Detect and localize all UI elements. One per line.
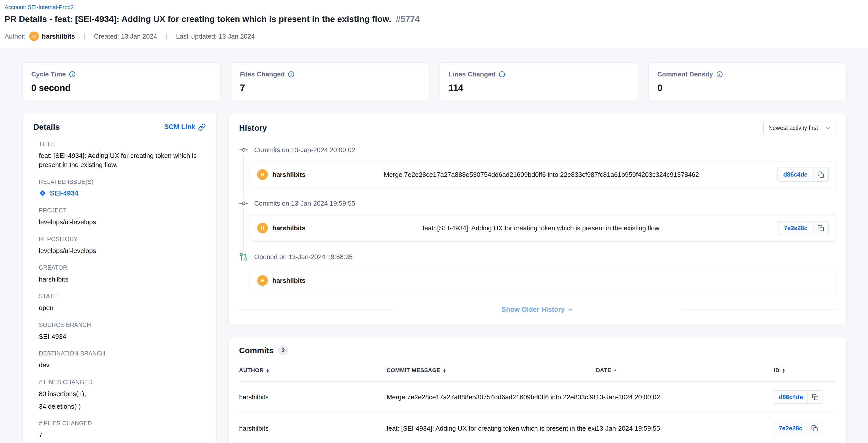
- copy-icon[interactable]: [807, 421, 823, 435]
- details-panel: Details SCM Link TITLE feat: [SEI-4934]:…: [22, 113, 217, 443]
- account-breadcrumb-link[interactable]: Account: SEI-Internal-Prod2: [4, 4, 74, 10]
- field-value: levelops/ui-levelops: [39, 217, 206, 227]
- detail-field-project: PROJECT levelops/ui-levelops: [33, 207, 206, 227]
- sort-desc-icon: ▾: [614, 369, 616, 371]
- timeline-event-commit-2: Commits on 13-Jan-2024 19:59:55: [239, 199, 836, 208]
- commit-hash-group: 7e2e28c: [774, 421, 823, 435]
- scm-link[interactable]: SCM Link: [164, 123, 206, 131]
- info-icon[interactable]: [69, 71, 76, 78]
- field-label: REPOSITORY: [39, 236, 206, 243]
- history-opened-card: H harshilbits: [250, 268, 836, 293]
- commit-hash-group: d86c4de: [774, 390, 823, 404]
- git-commit-icon: [239, 199, 248, 208]
- field-label: STATE: [39, 293, 206, 300]
- field-label: # FILES CHANGED: [39, 420, 206, 427]
- author-name: harshilbits: [42, 33, 75, 40]
- commit-message: feat: [SEI-4934]: Adding UX for creating…: [305, 224, 778, 232]
- show-older-history-button[interactable]: Show Older History: [487, 306, 589, 314]
- sort-icon: ▴▾: [267, 368, 269, 373]
- history-timeline: Commits on 13-Jan-2024 20:00:02 H harshi…: [239, 145, 836, 293]
- info-icon[interactable]: [716, 71, 723, 78]
- info-icon[interactable]: [288, 71, 294, 78]
- last-updated-date: Last Updated: 13 Jan 2024: [176, 33, 255, 40]
- metrics-row: Cycle Time 0 second Files Changed 7 Line…: [22, 62, 847, 101]
- metric-card-comment-density: Comment Density 0: [648, 62, 847, 101]
- column-label: AUTHOR: [239, 367, 264, 374]
- commits-panel: Commits 2 AUTHOR ▴▾ COMMIT MESSAGE ▴▾: [228, 337, 847, 443]
- history-commit-card: H harshilbits Merge 7e2e28ce17a27a888e53…: [250, 161, 836, 188]
- detail-field-destination-branch: DESTINATION BRANCH dev: [33, 350, 206, 370]
- detail-field-creator: CREATOR harshilbits: [33, 264, 206, 284]
- page-title: PR Details - feat: [SEI-4934]: Adding UX…: [4, 14, 391, 24]
- commits-count-badge: 2: [278, 345, 288, 355]
- cell-id: 7e2e28c: [774, 421, 836, 435]
- field-label: PROJECT: [39, 207, 206, 214]
- cell-id: d86c4de: [774, 390, 836, 404]
- commit-author-name: harshilbits: [272, 171, 305, 179]
- column-header-author[interactable]: AUTHOR ▴▾: [239, 367, 386, 374]
- history-sort-dropdown[interactable]: Newest activity first: [763, 121, 836, 135]
- divider: [239, 309, 393, 310]
- field-label: # LINES CHANGED: [39, 379, 206, 386]
- column-label: DATE: [596, 367, 611, 374]
- author-meta-row: Author: H harshilbits | Created: 13 Jan …: [4, 32, 864, 48]
- info-icon[interactable]: [499, 71, 505, 78]
- cell-commit-message: feat: [SEI-4934]: Adding UX for creating…: [386, 424, 596, 433]
- copy-icon[interactable]: [808, 390, 823, 404]
- chevron-down-icon: [567, 306, 574, 313]
- metric-label: Lines Changed: [448, 70, 496, 78]
- field-value: levelops/ui-levelops: [39, 246, 206, 255]
- commits-table: AUTHOR ▴▾ COMMIT MESSAGE ▴▾ DATE ▾ ID: [239, 367, 836, 443]
- sort-icon: ▴▾: [782, 368, 784, 373]
- cell-commit-message: Merge 7e2e28ce17a27a888e530754dd6ad21609…: [386, 393, 596, 401]
- field-value: dev: [39, 360, 206, 370]
- page-header: Account: SEI-Internal-Prod2 PR Details -…: [0, 0, 868, 48]
- cell-date: 13-Jan-2024 20:00:02: [596, 393, 774, 401]
- detail-field-source-branch: SOURCE BRANCH SEI-4934: [33, 322, 206, 341]
- metric-value: 0 second: [31, 83, 212, 93]
- sort-icon: ▴▾: [443, 368, 445, 373]
- field-label: TITLE: [39, 141, 206, 148]
- column-header-commit-message[interactable]: COMMIT MESSAGE ▴▾: [386, 367, 596, 374]
- column-header-id[interactable]: ID ▴▾: [774, 367, 836, 374]
- commit-hash-button[interactable]: 7e2e28c: [778, 221, 813, 235]
- field-value: SEI-4934: [39, 332, 206, 341]
- column-label: COMMIT MESSAGE: [386, 367, 440, 374]
- related-issue-link[interactable]: SEI-4934: [39, 189, 79, 197]
- field-value: 80 insertions(+),: [39, 389, 206, 398]
- detail-field-repository: REPOSITORY levelops/ui-levelops: [33, 236, 206, 255]
- show-older-label: Show Older History: [502, 306, 565, 314]
- metric-card-lines-changed: Lines Changed 114: [439, 62, 638, 101]
- metric-value: 114: [448, 83, 629, 93]
- pr-author-name: harshilbits: [272, 277, 305, 285]
- scm-link-label: SCM Link: [164, 123, 195, 131]
- pr-author-avatar: H: [257, 275, 268, 286]
- commits-heading: Commits: [239, 346, 274, 355]
- divider: |: [84, 32, 85, 40]
- commit-hash-button[interactable]: 7e2e28c: [774, 421, 807, 435]
- metric-card-cycle-time: Cycle Time 0 second: [22, 62, 221, 101]
- detail-field-related-issues: RELATED ISSUE(S) SEI-4934: [33, 179, 206, 198]
- copy-icon[interactable]: [813, 168, 829, 182]
- commit-author-avatar: H: [257, 223, 268, 233]
- commit-hash-button[interactable]: d86c4de: [777, 168, 813, 182]
- copy-icon[interactable]: [813, 221, 829, 235]
- author-label: Author:: [4, 33, 26, 40]
- cell-date: 13-Jan-2024 19:59:55: [596, 424, 774, 433]
- column-header-date[interactable]: DATE ▾: [596, 367, 774, 374]
- git-pull-request-icon: [239, 252, 248, 261]
- created-date: Created: 13 Jan 2024: [94, 33, 157, 40]
- metric-value: 7: [240, 83, 421, 93]
- field-value: 7: [39, 431, 206, 440]
- field-value: harshilbits: [39, 275, 206, 284]
- detail-field-lines-changed: # LINES CHANGED 80 insertions(+), 34 del…: [33, 379, 206, 411]
- column-label: ID: [774, 367, 779, 374]
- commit-hash-button[interactable]: d86c4de: [774, 390, 808, 404]
- commit-hash-group: 7e2e28c: [778, 221, 829, 235]
- chevron-down-icon: [825, 125, 831, 131]
- metric-card-files-changed: Files Changed 7: [231, 62, 430, 101]
- divider: [682, 309, 836, 310]
- timeline-event-label: Commits on 13-Jan-2024 19:59:55: [254, 200, 355, 207]
- table-row: harshilbits Merge 7e2e28ce17a27a888e5307…: [239, 381, 836, 412]
- field-label: RELATED ISSUE(S): [39, 179, 206, 185]
